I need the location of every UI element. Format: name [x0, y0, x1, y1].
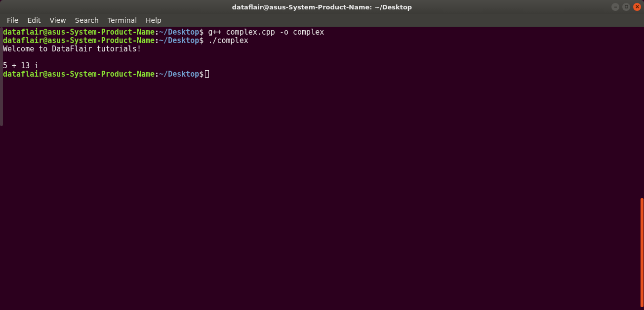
close-button[interactable] — [633, 3, 641, 11]
prompt-path-tilde: ~/ — [159, 28, 168, 37]
prompt-user-host: dataflair@asus-System-Product-Name — [3, 28, 155, 37]
menu-edit[interactable]: Edit — [23, 15, 44, 26]
prompt-colon: : — [155, 28, 159, 37]
prompt-dollar: $ — [199, 70, 203, 79]
prompt-path-tilde: ~/ — [159, 70, 168, 79]
menubar: File Edit View Search Terminal Help — [0, 14, 644, 27]
menu-view[interactable]: View — [46, 15, 70, 26]
close-icon — [635, 4, 640, 10]
prompt-path-dir: Desktop — [168, 28, 199, 37]
menu-search[interactable]: Search — [71, 15, 103, 26]
scrollbar-left-thumb[interactable] — [0, 27, 3, 126]
prompt-path-dir: Desktop — [168, 70, 199, 79]
menu-help[interactable]: Help — [142, 15, 165, 26]
terminal-line: dataflair@asus-System-Product-Name:~/Des… — [3, 28, 644, 37]
menu-terminal[interactable]: Terminal — [104, 15, 141, 26]
terminal-line: Welcome to DataFlair tutorials! — [3, 45, 644, 53]
command-text: ./complex — [203, 36, 248, 45]
terminal-line — [3, 53, 644, 62]
prompt-user-host: dataflair@asus-System-Product-Name — [3, 70, 155, 79]
prompt-colon: : — [155, 36, 159, 45]
maximize-icon — [624, 4, 629, 10]
window-title: dataflair@asus-System-Product-Name: ~/De… — [232, 3, 412, 11]
command-text: g++ complex.cpp -o complex — [203, 28, 324, 37]
output-text: 5 + 13 i — [3, 61, 39, 70]
window-controls — [611, 3, 641, 11]
prompt-path-tilde: ~/ — [159, 36, 168, 45]
terminal-window: dataflair@asus-System-Product-Name: ~/De… — [0, 0, 644, 310]
cursor-icon — [205, 70, 209, 78]
terminal-line: 5 + 13 i — [3, 62, 644, 70]
minimize-icon — [613, 4, 618, 10]
prompt-user-host: dataflair@asus-System-Product-Name — [3, 36, 155, 45]
menu-file[interactable]: File — [3, 15, 22, 26]
svg-rect-1 — [625, 5, 627, 7]
prompt-colon: : — [155, 70, 159, 79]
minimize-button[interactable] — [611, 3, 619, 11]
prompt-path-dir: Desktop — [168, 36, 199, 45]
terminal-viewport[interactable]: dataflair@asus-System-Product-Name:~/Des… — [0, 27, 644, 310]
output-text: Welcome to DataFlair tutorials! — [3, 44, 141, 53]
titlebar: dataflair@asus-System-Product-Name: ~/De… — [0, 0, 644, 14]
terminal-line: dataflair@asus-System-Product-Name:~/Des… — [3, 70, 644, 79]
terminal-line: dataflair@asus-System-Product-Name:~/Des… — [3, 37, 644, 45]
scrollbar-right-indicator[interactable] — [641, 198, 644, 307]
maximize-button[interactable] — [622, 3, 630, 11]
